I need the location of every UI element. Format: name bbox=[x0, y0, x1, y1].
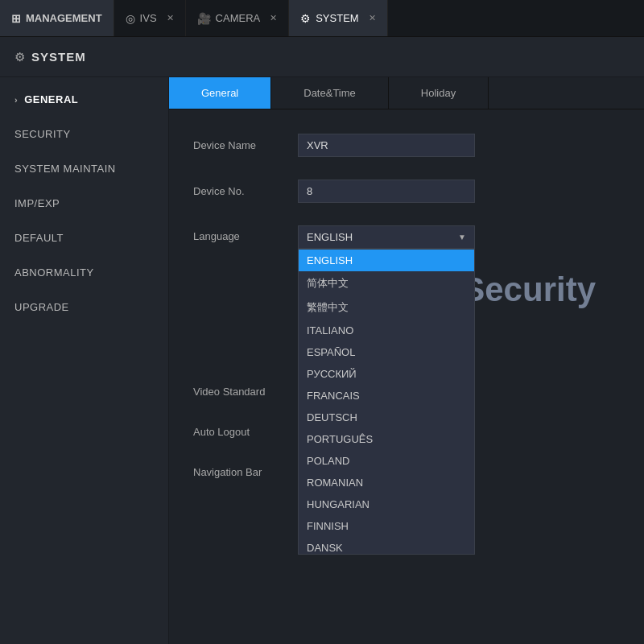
chevron-icon: › bbox=[14, 95, 18, 105]
sidebar-impexp-label: IMP/EXP bbox=[14, 197, 60, 209]
sidebar-default-label: DEFAULT bbox=[14, 232, 64, 244]
device-name-row: Device Name bbox=[193, 134, 620, 157]
sidebar-item-security[interactable]: SECURITY bbox=[0, 117, 168, 151]
language-row: Language ENGLISH ▼ ENGLISH简体中文繁體中文ITALIA… bbox=[193, 225, 620, 249]
video-standard-label: Video Standard bbox=[193, 386, 298, 398]
tab-camera[interactable]: 🎥 CAMERA ✕ bbox=[186, 0, 290, 36]
sidebar-item-system-maintain[interactable]: SYSTEM MAINTAIN bbox=[0, 151, 168, 186]
tab-ivs[interactable]: ◎ IVS ✕ bbox=[114, 0, 186, 36]
tab-management[interactable]: ⊞ MANAGEMENT bbox=[0, 0, 114, 36]
language-dropdown-wrapper: ENGLISH ▼ ENGLISH简体中文繁體中文ITALIANOESPAÑOL… bbox=[298, 225, 475, 249]
language-option-7[interactable]: DEUTSCH bbox=[299, 407, 474, 428]
language-option-5[interactable]: РУССКИЙ bbox=[299, 363, 474, 385]
sidebar-item-imp-exp[interactable]: IMP/EXP bbox=[0, 186, 168, 221]
sidebar: › GENERAL SECURITY SYSTEM MAINTAIN IMP/E… bbox=[0, 77, 169, 644]
language-option-13[interactable]: DANSK bbox=[299, 537, 474, 555]
language-label: Language bbox=[193, 225, 298, 242]
sidebar-item-abnormality[interactable]: ABNORMALITY bbox=[0, 255, 168, 290]
close-camera-button[interactable]: ✕ bbox=[270, 13, 277, 23]
tab-system-label: SYSTEM bbox=[316, 12, 358, 24]
language-option-6[interactable]: FRANCAIS bbox=[299, 385, 474, 407]
watermark-line2: Security bbox=[462, 270, 596, 308]
management-icon: ⊞ bbox=[11, 12, 21, 25]
language-option-11[interactable]: HUNGARIAN bbox=[299, 493, 474, 515]
sub-tab-bar: General Date&Time Holiday bbox=[169, 77, 644, 109]
tab-bar: ⊞ MANAGEMENT ◎ IVS ✕ 🎥 CAMERA ✕ ⚙ SYSTEM… bbox=[0, 0, 644, 37]
sidebar-item-upgrade[interactable]: UPGRADE bbox=[0, 290, 168, 324]
tab-system[interactable]: ⚙ SYSTEM ✕ bbox=[289, 0, 387, 36]
sidebar-systemmaintain-label: SYSTEM MAINTAIN bbox=[14, 163, 116, 175]
sub-tab-datetime-label: Date&Time bbox=[303, 87, 356, 99]
system-tab-icon: ⚙ bbox=[300, 12, 311, 25]
close-ivs-button[interactable]: ✕ bbox=[167, 13, 174, 23]
language-option-4[interactable]: ESPAÑOL bbox=[299, 341, 474, 363]
language-selected-value: ENGLISH bbox=[307, 231, 353, 243]
device-name-input[interactable] bbox=[298, 134, 475, 157]
sidebar-item-general[interactable]: › GENERAL bbox=[0, 82, 168, 117]
device-no-label: Device No. bbox=[193, 185, 298, 197]
sub-tab-datetime[interactable]: Date&Time bbox=[271, 77, 389, 109]
page-title: SYSTEM bbox=[31, 50, 86, 64]
close-system-button[interactable]: ✕ bbox=[369, 13, 376, 23]
page-gear-icon: ⚙ bbox=[14, 50, 25, 64]
sidebar-security-label: SECURITY bbox=[14, 128, 71, 140]
sub-tab-general[interactable]: General bbox=[169, 77, 271, 109]
navigation-bar-label: Navigation Bar bbox=[193, 466, 298, 478]
language-option-12[interactable]: FINNISH bbox=[299, 515, 474, 537]
device-no-row: Device No. bbox=[193, 180, 620, 203]
sidebar-abnormality-label: ABNORMALITY bbox=[14, 266, 94, 279]
auto-logout-label: Auto Logout bbox=[193, 426, 298, 438]
ivs-icon: ◎ bbox=[126, 12, 135, 25]
main-layout: › GENERAL SECURITY SYSTEM MAINTAIN IMP/E… bbox=[0, 77, 644, 644]
sub-tab-holiday[interactable]: Holiday bbox=[389, 77, 489, 109]
tab-camera-label: CAMERA bbox=[216, 12, 261, 24]
device-name-label: Device Name bbox=[193, 139, 298, 151]
language-option-2[interactable]: 繁體中文 bbox=[299, 295, 474, 320]
form-area: Jimbu Security Device Name Device No. La… bbox=[169, 109, 644, 509]
language-dropdown-list: ENGLISH简体中文繁體中文ITALIANOESPAÑOLРУССКИЙFRA… bbox=[298, 249, 475, 555]
language-option-9[interactable]: POLAND bbox=[299, 450, 474, 472]
language-option-10[interactable]: ROMANIAN bbox=[299, 472, 474, 493]
tab-ivs-label: IVS bbox=[140, 12, 157, 24]
language-dropdown-arrow: ▼ bbox=[458, 233, 466, 242]
language-option-1[interactable]: 简体中文 bbox=[299, 271, 474, 295]
page-header: ⚙ SYSTEM bbox=[0, 37, 644, 77]
sidebar-general-label: GENERAL bbox=[24, 93, 78, 105]
content-area: General Date&Time Holiday Jimbu Security… bbox=[169, 77, 644, 644]
language-option-3[interactable]: ITALIANO bbox=[299, 320, 474, 341]
sidebar-upgrade-label: UPGRADE bbox=[14, 301, 69, 313]
language-dropdown[interactable]: ENGLISH ▼ bbox=[298, 225, 475, 249]
tab-management-label: MANAGEMENT bbox=[26, 12, 102, 24]
sub-tab-holiday-label: Holiday bbox=[421, 87, 456, 99]
language-option-8[interactable]: PORTUGUÊS bbox=[299, 428, 474, 450]
device-no-input[interactable] bbox=[298, 180, 475, 203]
language-option-0[interactable]: ENGLISH bbox=[299, 250, 474, 271]
camera-icon: 🎥 bbox=[197, 12, 211, 25]
sidebar-item-default[interactable]: DEFAULT bbox=[0, 221, 168, 255]
sub-tab-general-label: General bbox=[201, 87, 238, 99]
